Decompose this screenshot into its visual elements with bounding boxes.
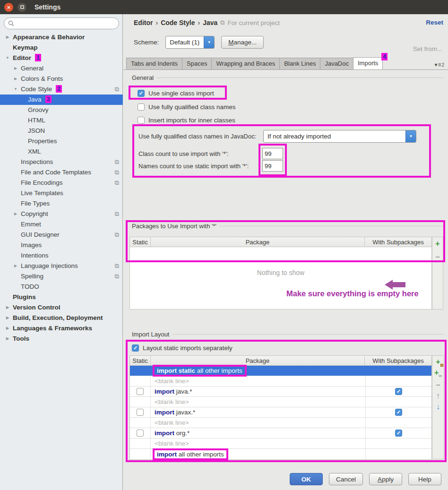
javadoc-combobox[interactable]: If not already imported ▼ — [263, 130, 416, 143]
sidebar-item-images[interactable]: Images — [0, 240, 123, 250]
static-checkbox[interactable] — [137, 409, 144, 416]
tab-wrapping-and-braces[interactable]: Wrapping and Braces — [211, 58, 280, 70]
sidebar-item-colors-fonts[interactable]: ▶Colors & Fonts — [0, 74, 123, 84]
sidebar-item-editor[interactable]: ▼Editor1 — [0, 53, 123, 63]
checkbox-row-insert-imports-for-inner-classes[interactable]: Insert imports for inner classes — [138, 115, 235, 125]
chevron-down-icon[interactable]: ▼ — [405, 130, 416, 142]
column-package[interactable]: Package — [151, 237, 365, 247]
sidebar-item-copyright[interactable]: ▶Copyright⧉ — [0, 209, 123, 219]
manage-button[interactable]: Manage... — [221, 36, 264, 49]
sidebar-item-languages-frameworks[interactable]: ▶Languages & Frameworks — [0, 323, 123, 334]
sidebar-item-xml[interactable]: XML — [0, 146, 123, 157]
sidebar-item-general[interactable]: ▶General — [0, 63, 123, 74]
sidebar-item-plugins[interactable]: Plugins — [0, 292, 123, 302]
breadcrumb-editor[interactable]: Editor — [134, 19, 153, 26]
import-layout-row[interactable]: import all other imports — [130, 449, 431, 459]
collapse-arrow-icon[interactable]: ▼ — [5, 53, 10, 63]
sidebar-item-build-execution-deployment[interactable]: ▶Build, Execution, Deployment — [0, 313, 123, 323]
cancel-button[interactable]: Cancel — [329, 473, 363, 485]
checkbox-row-use-single-class-import[interactable]: Use single class import — [138, 88, 214, 98]
sidebar-item-groovy[interactable]: Groovy — [0, 105, 123, 115]
layout-static-imports-checkbox[interactable] — [132, 344, 139, 352]
static-checkbox[interactable] — [137, 388, 144, 395]
sidebar-item-language-injections[interactable]: ▶Language Injections⧉ — [0, 261, 123, 271]
sidebar-item-tools[interactable]: ▶Tools — [0, 334, 123, 344]
tab-spaces[interactable]: Spaces — [182, 58, 212, 70]
column-static[interactable]: Static — [130, 356, 151, 365]
add-blank-line-button[interactable]: +\n — [434, 369, 442, 378]
reset-link[interactable]: Reset — [426, 19, 443, 26]
scheme-combobox[interactable]: Default (1) ▼ — [165, 36, 215, 49]
search-input[interactable] — [4, 17, 119, 29]
expand-arrow-icon[interactable]: ▶ — [5, 313, 10, 323]
add-button[interactable]: + — [435, 240, 439, 248]
set-from-link[interactable]: Set from... — [413, 45, 442, 52]
import-layout-row[interactable]: import static all other imports — [130, 366, 431, 376]
chevron-down-icon[interactable]: ▼ — [204, 36, 214, 48]
tab-imports[interactable]: Imports4 — [353, 57, 383, 70]
sidebar-item-keymap[interactable]: Keymap — [0, 43, 123, 53]
column-with-subpackages[interactable]: With Subpackages — [365, 237, 431, 247]
expand-arrow-icon[interactable]: ▶ — [13, 74, 18, 84]
add-package-button[interactable]: + — [436, 358, 440, 366]
with-subpackages-checkbox[interactable] — [395, 388, 402, 395]
breadcrumb-java[interactable]: Java — [203, 19, 217, 26]
sidebar-item-file-types[interactable]: File Types — [0, 198, 123, 209]
sidebar-item-version-control[interactable]: ▶Version Control — [0, 302, 123, 313]
sidebar-item-html[interactable]: HTML — [0, 115, 123, 126]
import-layout-blank-row[interactable]: <blank line> — [130, 438, 431, 449]
use-fully-qualified-class-names-checkbox[interactable] — [138, 103, 145, 111]
expand-arrow-icon[interactable]: ▶ — [5, 323, 10, 334]
expand-arrow-icon[interactable]: ▶ — [5, 32, 10, 43]
tab-javadoc[interactable]: JavaDoc — [320, 58, 353, 70]
window-restore-button[interactable] — [17, 3, 26, 12]
sidebar-item-java[interactable]: Java3 — [0, 95, 123, 105]
sidebar-item-inspections[interactable]: Inspections⧉ — [0, 157, 123, 167]
help-button[interactable]: Help — [408, 473, 441, 485]
sidebar-item-file-encodings[interactable]: File Encodings⧉ — [0, 178, 123, 188]
sidebar-item-properties[interactable]: Properties — [0, 136, 123, 146]
tab-overflow-button[interactable]: ▾≡2 — [434, 61, 444, 68]
column-with-subpackages[interactable]: With Subpackages — [365, 356, 431, 365]
static-checkbox[interactable] — [137, 430, 144, 437]
sidebar-item-json[interactable]: JSON — [0, 126, 123, 136]
use-single-class-import-checkbox[interactable] — [138, 90, 145, 97]
import-layout-row[interactable]: import java.* — [130, 387, 431, 397]
with-subpackages-checkbox[interactable] — [395, 430, 402, 437]
packages-table-body[interactable]: Nothing to show — [129, 247, 432, 309]
sidebar-item-intentions[interactable]: Intentions — [0, 250, 123, 261]
sidebar-item-emmet[interactable]: Emmet — [0, 219, 123, 230]
tab-blank-lines[interactable]: Blank Lines — [279, 58, 320, 70]
sidebar-item-appearance-behavior[interactable]: ▶Appearance & Behavior — [0, 32, 123, 43]
remove-button[interactable]: − — [435, 253, 439, 261]
insert-imports-for-inner-classes-checkbox[interactable] — [138, 117, 145, 124]
sidebar-item-spelling[interactable]: Spelling⧉ — [0, 271, 123, 282]
sidebar-item-live-templates[interactable]: Live Templates — [0, 188, 123, 198]
move-up-button[interactable]: ↑ — [436, 392, 440, 400]
sidebar-item-gui-designer[interactable]: GUI Designer⧉ — [0, 230, 123, 240]
import-layout-blank-row[interactable]: <blank line> — [130, 376, 431, 387]
remove-button[interactable]: − — [436, 381, 440, 389]
sidebar-item-code-style[interactable]: ▼Code Style2⧉ — [0, 84, 123, 95]
sidebar-item-file-and-code-templates[interactable]: File and Code Templates⧉ — [0, 167, 123, 178]
expand-arrow-icon[interactable]: ▶ — [5, 334, 10, 344]
sidebar-item-todo[interactable]: TODO — [0, 282, 123, 292]
import-layout-blank-row[interactable]: <blank line> — [130, 418, 431, 428]
apply-button[interactable]: Apply — [369, 473, 402, 485]
names-count-field[interactable] — [262, 160, 283, 172]
import-layout-row[interactable]: import javax.* — [130, 407, 431, 418]
checkbox-row-use-fully-qualified-class-names[interactable]: Use fully qualified class names — [138, 102, 236, 112]
column-package[interactable]: Package — [151, 356, 365, 365]
layout-static-imports-row[interactable]: Layout static imports separately — [132, 344, 233, 352]
import-layout-row[interactable]: import org.* — [130, 428, 431, 438]
expand-arrow-icon[interactable]: ▶ — [13, 261, 18, 271]
tab-tabs-and-indents[interactable]: Tabs and Indents — [126, 58, 182, 70]
import-layout-blank-row[interactable]: <blank line> — [130, 397, 431, 407]
expand-arrow-icon[interactable]: ▶ — [13, 209, 18, 219]
move-down-button[interactable]: ↓ — [436, 403, 440, 411]
breadcrumb-code-style[interactable]: Code Style — [161, 19, 195, 26]
ok-button[interactable]: OK — [290, 473, 323, 485]
expand-arrow-icon[interactable]: ▶ — [13, 63, 18, 74]
window-close-button[interactable]: × — [4, 3, 13, 12]
column-static[interactable]: Static — [130, 237, 151, 247]
